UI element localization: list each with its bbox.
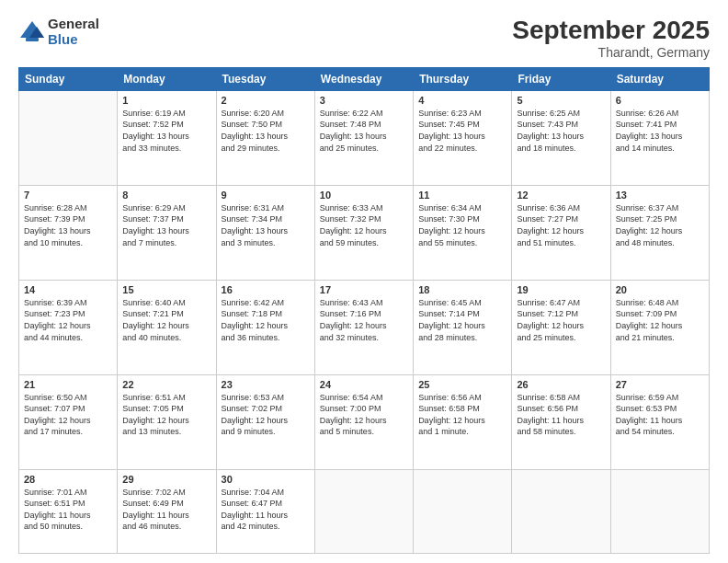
month-title: September 2025 [512,17,710,45]
week-row: 7Sunrise: 6:28 AM Sunset: 7:39 PM Daylig… [19,185,710,280]
calendar-cell: 16Sunrise: 6:42 AM Sunset: 7:18 PM Dayli… [216,280,314,374]
calendar-cell: 25Sunrise: 6:56 AM Sunset: 6:58 PM Dayli… [414,374,512,469]
logo: General Blue [18,17,99,47]
calendar-cell: 1Sunrise: 6:19 AM Sunset: 7:52 PM Daylig… [118,90,216,185]
day-info: Sunrise: 6:53 AM Sunset: 7:02 PM Dayligh… [222,392,310,438]
day-info: Sunrise: 6:26 AM Sunset: 7:41 PM Dayligh… [616,108,704,154]
calendar-cell: 15Sunrise: 6:40 AM Sunset: 7:21 PM Dayli… [118,280,216,374]
calendar-cell: 30Sunrise: 7:04 AM Sunset: 6:47 PM Dayli… [216,469,314,553]
day-info: Sunrise: 6:39 AM Sunset: 7:23 PM Dayligh… [24,297,112,343]
calendar-cell: 13Sunrise: 6:37 AM Sunset: 7:25 PM Dayli… [610,185,709,280]
day-info: Sunrise: 6:31 AM Sunset: 7:34 PM Dayligh… [222,202,310,248]
calendar-cell: 4Sunrise: 6:23 AM Sunset: 7:45 PM Daylig… [414,90,512,185]
day-number: 1 [122,95,210,106]
day-number: 23 [222,379,310,390]
day-number: 9 [222,190,310,201]
calendar-cell [610,469,709,553]
calendar-cell [512,469,610,553]
calendar-cell: 29Sunrise: 7:02 AM Sunset: 6:49 PM Dayli… [118,469,216,553]
calendar-cell: 3Sunrise: 6:22 AM Sunset: 7:48 PM Daylig… [314,90,413,185]
day-number: 24 [320,379,408,390]
title-block: September 2025 Tharandt, Germany [512,17,710,60]
day-number: 13 [616,190,704,201]
calendar-cell: 21Sunrise: 6:50 AM Sunset: 7:07 PM Dayli… [19,374,118,469]
calendar-cell: 18Sunrise: 6:45 AM Sunset: 7:14 PM Dayli… [414,280,512,374]
day-number: 20 [616,284,704,295]
day-info: Sunrise: 7:01 AM Sunset: 6:51 PM Dayligh… [24,487,112,533]
day-number: 16 [222,284,310,295]
week-row: 28Sunrise: 7:01 AM Sunset: 6:51 PM Dayli… [19,469,710,553]
day-number: 10 [320,190,408,201]
weekday-header: Wednesday [314,67,413,90]
day-info: Sunrise: 6:36 AM Sunset: 7:27 PM Dayligh… [517,202,605,248]
day-info: Sunrise: 6:50 AM Sunset: 7:07 PM Dayligh… [24,392,112,438]
day-info: Sunrise: 6:23 AM Sunset: 7:45 PM Dayligh… [418,108,506,154]
day-number: 21 [24,379,112,390]
day-info: Sunrise: 6:19 AM Sunset: 7:52 PM Dayligh… [122,108,210,154]
day-info: Sunrise: 6:25 AM Sunset: 7:43 PM Dayligh… [517,108,605,154]
calendar-cell: 6Sunrise: 6:26 AM Sunset: 7:41 PM Daylig… [610,90,709,185]
calendar-cell: 7Sunrise: 6:28 AM Sunset: 7:39 PM Daylig… [19,185,118,280]
calendar-cell: 12Sunrise: 6:36 AM Sunset: 7:27 PM Dayli… [512,185,610,280]
day-info: Sunrise: 6:29 AM Sunset: 7:37 PM Dayligh… [122,202,210,248]
svg-rect-2 [26,38,39,41]
calendar-table: SundayMondayTuesdayWednesdayThursdayFrid… [18,67,710,554]
day-number: 6 [616,95,704,106]
day-number: 25 [418,379,506,390]
day-number: 30 [222,474,310,485]
weekday-header: Saturday [610,67,709,90]
day-number: 2 [222,95,310,106]
calendar-cell: 8Sunrise: 6:29 AM Sunset: 7:37 PM Daylig… [118,185,216,280]
calendar-cell: 11Sunrise: 6:34 AM Sunset: 7:30 PM Dayli… [414,185,512,280]
day-info: Sunrise: 7:04 AM Sunset: 6:47 PM Dayligh… [222,487,310,533]
day-info: Sunrise: 6:45 AM Sunset: 7:14 PM Dayligh… [418,297,506,343]
day-info: Sunrise: 6:47 AM Sunset: 7:12 PM Dayligh… [517,297,605,343]
day-number: 5 [517,95,605,106]
day-info: Sunrise: 6:40 AM Sunset: 7:21 PM Dayligh… [122,297,210,343]
weekday-header: Sunday [19,67,118,90]
day-info: Sunrise: 6:54 AM Sunset: 7:00 PM Dayligh… [320,392,408,438]
day-info: Sunrise: 6:28 AM Sunset: 7:39 PM Dayligh… [24,202,112,248]
day-info: Sunrise: 6:56 AM Sunset: 6:58 PM Dayligh… [418,392,506,438]
day-info: Sunrise: 6:42 AM Sunset: 7:18 PM Dayligh… [222,297,310,343]
day-number: 8 [122,190,210,201]
day-number: 22 [122,379,210,390]
day-number: 17 [320,284,408,295]
calendar-cell: 20Sunrise: 6:48 AM Sunset: 7:09 PM Dayli… [610,280,709,374]
day-info: Sunrise: 6:58 AM Sunset: 6:56 PM Dayligh… [517,392,605,438]
calendar-cell: 22Sunrise: 6:51 AM Sunset: 7:05 PM Dayli… [118,374,216,469]
day-number: 4 [418,95,506,106]
calendar-cell: 14Sunrise: 6:39 AM Sunset: 7:23 PM Dayli… [19,280,118,374]
header: General Blue September 2025 Tharandt, Ge… [18,17,710,60]
logo-icon [18,19,46,45]
day-number: 12 [517,190,605,201]
calendar-cell: 10Sunrise: 6:33 AM Sunset: 7:32 PM Dayli… [314,185,413,280]
calendar-cell: 5Sunrise: 6:25 AM Sunset: 7:43 PM Daylig… [512,90,610,185]
calendar-cell: 23Sunrise: 6:53 AM Sunset: 7:02 PM Dayli… [216,374,314,469]
day-info: Sunrise: 6:37 AM Sunset: 7:25 PM Dayligh… [616,202,704,248]
weekday-header: Thursday [414,67,512,90]
day-number: 19 [517,284,605,295]
logo-general: General [48,17,99,32]
day-number: 18 [418,284,506,295]
day-number: 29 [122,474,210,485]
day-info: Sunrise: 6:59 AM Sunset: 6:53 PM Dayligh… [616,392,704,438]
calendar-cell [314,469,413,553]
location: Tharandt, Germany [512,45,710,60]
calendar-cell: 27Sunrise: 6:59 AM Sunset: 6:53 PM Dayli… [610,374,709,469]
calendar-cell [19,90,118,185]
day-info: Sunrise: 7:02 AM Sunset: 6:49 PM Dayligh… [122,487,210,533]
calendar-cell: 26Sunrise: 6:58 AM Sunset: 6:56 PM Dayli… [512,374,610,469]
calendar-cell: 9Sunrise: 6:31 AM Sunset: 7:34 PM Daylig… [216,185,314,280]
day-number: 3 [320,95,408,106]
day-number: 27 [616,379,704,390]
day-number: 26 [517,379,605,390]
day-info: Sunrise: 6:48 AM Sunset: 7:09 PM Dayligh… [616,297,704,343]
page: General Blue September 2025 Tharandt, Ge… [0,0,728,563]
calendar-cell: 19Sunrise: 6:47 AM Sunset: 7:12 PM Dayli… [512,280,610,374]
day-info: Sunrise: 6:20 AM Sunset: 7:50 PM Dayligh… [222,108,310,154]
week-row: 14Sunrise: 6:39 AM Sunset: 7:23 PM Dayli… [19,280,710,374]
weekday-header: Friday [512,67,610,90]
day-number: 15 [122,284,210,295]
calendar-cell: 17Sunrise: 6:43 AM Sunset: 7:16 PM Dayli… [314,280,413,374]
